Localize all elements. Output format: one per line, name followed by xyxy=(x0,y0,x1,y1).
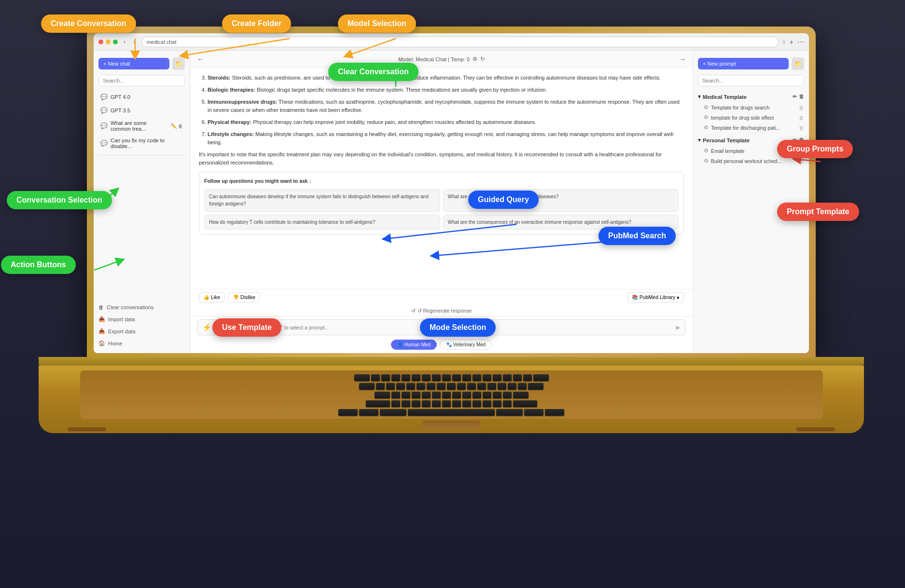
annotation-guided-query: Guided Query xyxy=(468,191,539,209)
key xyxy=(473,400,481,407)
sidebar-item-gpt35[interactable]: 💬 GPT 3.5 xyxy=(96,104,188,117)
annotation-clear-conversation: Clear Conversation xyxy=(328,63,418,81)
annotation-create-folder: Create Folder xyxy=(222,14,291,33)
browser-chrome: ‹ › medical chat ↑ + ⋯ xyxy=(94,33,809,51)
chat-nav-back[interactable]: ← xyxy=(197,55,204,63)
clear-conversations-btn[interactable]: 🗑 Clear conversations xyxy=(94,301,190,313)
regenerate-btn[interactable]: ↺ ↺ Regenerate response xyxy=(190,305,693,316)
key xyxy=(493,392,501,398)
delete-group-icon[interactable]: 🗑 xyxy=(799,94,804,100)
follow-up-grid: Can autoimmune diseases develop if the i… xyxy=(204,189,679,230)
sidebar-divider xyxy=(98,155,185,155)
nav-forward-btn[interactable]: › xyxy=(131,37,137,46)
template-group-medical-header[interactable]: ▾ Medical Template ✏ 🗑 xyxy=(693,91,809,102)
sidebar-right: + New prompt 📁 ▾ Medical Template ✏ 🗑 xyxy=(693,51,809,353)
veterinary-med-mode-btn[interactable]: 🐾 Veterinary Med xyxy=(440,340,492,350)
import-data-btn[interactable]: 📥 Import data xyxy=(94,313,190,325)
settings-icon[interactable]: ⚙ xyxy=(473,56,477,62)
key xyxy=(412,392,420,398)
key xyxy=(391,374,400,381)
maximize-window-btn[interactable] xyxy=(113,40,118,44)
home-label: Home xyxy=(108,341,122,346)
key xyxy=(412,374,420,381)
right-search-input[interactable] xyxy=(698,75,804,86)
key xyxy=(391,400,400,407)
follow-up-item-2[interactable]: How do regulatory T cells contribute to … xyxy=(204,215,440,230)
chat-nav-forward[interactable]: → xyxy=(679,55,686,63)
minimize-window-btn[interactable] xyxy=(106,40,111,44)
key xyxy=(354,374,370,381)
key-row-1 xyxy=(84,374,819,381)
regen-icon: ↺ xyxy=(411,308,416,314)
add-tab-icon[interactable]: + xyxy=(790,38,794,46)
key xyxy=(467,383,476,390)
message-item-6: Physical therapy: Physical therapy can h… xyxy=(208,118,684,126)
sidebar-search-input[interactable] xyxy=(98,75,185,86)
pubmed-label: 📚 PubMed Library xyxy=(632,294,675,301)
import-icon: 📥 xyxy=(98,316,105,322)
key xyxy=(483,374,491,381)
trash-icon: 🗑 xyxy=(98,304,104,310)
sidebar-item-label: Can you fix my code to disable... xyxy=(111,137,183,149)
delete-template-icon[interactable]: 🗑 xyxy=(799,105,804,110)
follow-up-item-0[interactable]: Can autoimmune diseases develop if the i… xyxy=(204,189,440,212)
url-bar[interactable]: medical chat xyxy=(141,37,779,47)
home-btn[interactable]: 🏠 Home xyxy=(94,337,190,349)
dislike-button[interactable]: 👎 Dislike xyxy=(228,292,260,302)
pubmed-library-button[interactable]: 📚 PubMed Library ▾ xyxy=(627,292,684,302)
key xyxy=(524,409,543,416)
template-item-drugs-search[interactable]: ⚙ Template for drugs search 🗑 xyxy=(693,102,809,112)
refresh-icon[interactable]: ↻ xyxy=(480,56,485,62)
delete-template-icon[interactable]: 🗑 xyxy=(799,115,804,121)
sidebar-item-gpt4[interactable]: 💬 GPT 4.0 xyxy=(96,91,188,103)
template-item-label: Template for discharging pati... xyxy=(711,125,780,131)
export-icon: 📤 xyxy=(98,328,105,334)
edit-group-icon[interactable]: ✏ xyxy=(793,94,797,100)
folder-button[interactable]: 📁 xyxy=(172,57,185,70)
sidebar-item-code[interactable]: 💬 Can you fix my code to disable... xyxy=(96,135,188,151)
sidebar-item-autoimmune[interactable]: 💬 What are some common trea... ✏️ 🗑 xyxy=(96,118,188,134)
key xyxy=(483,392,491,398)
key xyxy=(402,400,410,407)
key xyxy=(437,383,446,390)
export-data-btn[interactable]: 📤 Export data xyxy=(94,325,190,337)
template-item-drug-side-effect[interactable]: ⚙ template for drug side effect 🗑 xyxy=(693,112,809,123)
share-icon[interactable]: ↑ xyxy=(782,38,786,46)
key xyxy=(442,400,451,407)
prompt-folder-button[interactable]: 📁 xyxy=(792,57,804,70)
nav-back-btn[interactable]: ‹ xyxy=(122,37,127,46)
close-window-btn[interactable] xyxy=(98,40,103,44)
key xyxy=(473,392,481,398)
key xyxy=(477,383,486,390)
key xyxy=(338,409,358,416)
key xyxy=(391,392,400,398)
key xyxy=(513,392,529,398)
message-item-3: Steroids: Steroids, such as prednisone, … xyxy=(208,74,684,82)
edit-icon[interactable]: ✏️ xyxy=(171,123,177,129)
extensions-icon[interactable]: ⋯ xyxy=(797,38,804,46)
delete-template-icon[interactable]: 🗑 xyxy=(799,158,804,164)
window-controls xyxy=(98,40,118,44)
send-button[interactable]: ➤ xyxy=(675,324,681,331)
human-med-mode-btn[interactable]: 👤 Human Med xyxy=(391,340,437,350)
sidebar-bottom: 🗑 Clear conversations 📥 Import data 📤 Ex… xyxy=(94,301,190,349)
template-item-discharge[interactable]: ⚙ Template for discharging pati... 🗑 xyxy=(693,123,809,133)
touchpad[interactable] xyxy=(422,421,480,429)
template-icon: ⚙ xyxy=(704,104,709,110)
chat-title-text: Model: Medical Chat | Temp: 0 xyxy=(398,56,470,62)
new-prompt-button[interactable]: + New prompt xyxy=(698,58,789,69)
annotation-group-prompts: Group Prompts xyxy=(777,140,853,158)
key xyxy=(442,374,451,381)
delete-template-icon[interactable]: 🗑 xyxy=(799,125,804,131)
chevron-down-icon: ▾ xyxy=(698,94,701,100)
new-chat-button[interactable]: + New chat xyxy=(98,58,169,69)
key xyxy=(381,374,390,381)
delete-icon[interactable]: 🗑 xyxy=(178,123,183,129)
template-icon: ⚙ xyxy=(704,158,709,164)
key xyxy=(518,383,527,390)
like-button[interactable]: 👍 Like xyxy=(199,292,224,302)
sidebar-item-label: GPT 4.0 xyxy=(111,94,130,100)
key xyxy=(496,409,523,416)
key xyxy=(447,383,456,390)
laptop-foot-right xyxy=(796,427,835,431)
